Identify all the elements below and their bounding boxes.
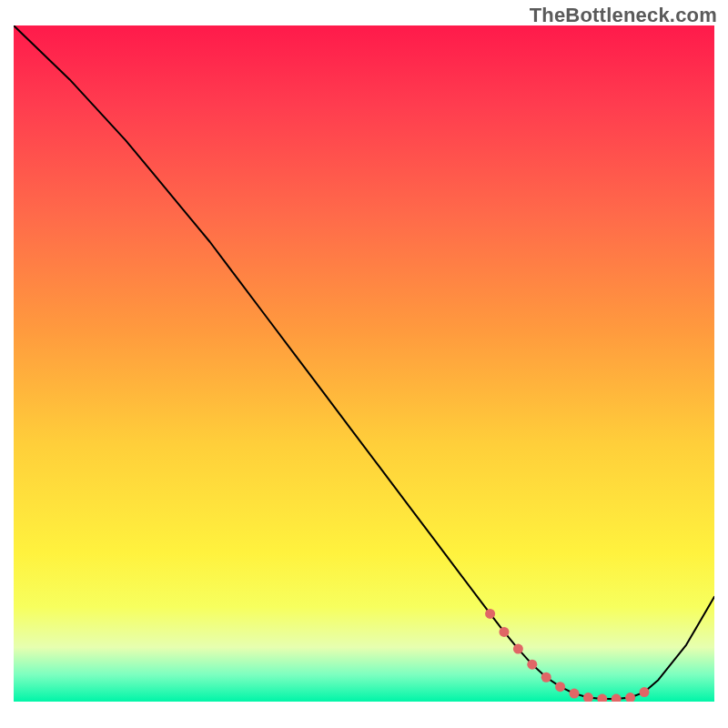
valley-dot — [541, 672, 551, 682]
valley-dot — [555, 682, 565, 692]
valley-dot-markers — [485, 609, 649, 702]
valley-dot — [612, 694, 622, 702]
watermark-text: TheBottleneck.com — [530, 4, 717, 27]
valley-dot — [513, 644, 523, 654]
valley-dot — [500, 627, 510, 637]
bottleneck-curve-line — [14, 25, 714, 699]
valley-dot — [570, 689, 580, 699]
valley-dot — [597, 694, 607, 702]
valley-dot — [583, 693, 593, 702]
plot-area — [14, 25, 714, 702]
valley-dot — [640, 687, 650, 697]
valley-dot — [527, 660, 537, 670]
chart-svg — [14, 25, 714, 702]
valley-dot — [625, 693, 635, 702]
valley-dot — [485, 609, 495, 619]
